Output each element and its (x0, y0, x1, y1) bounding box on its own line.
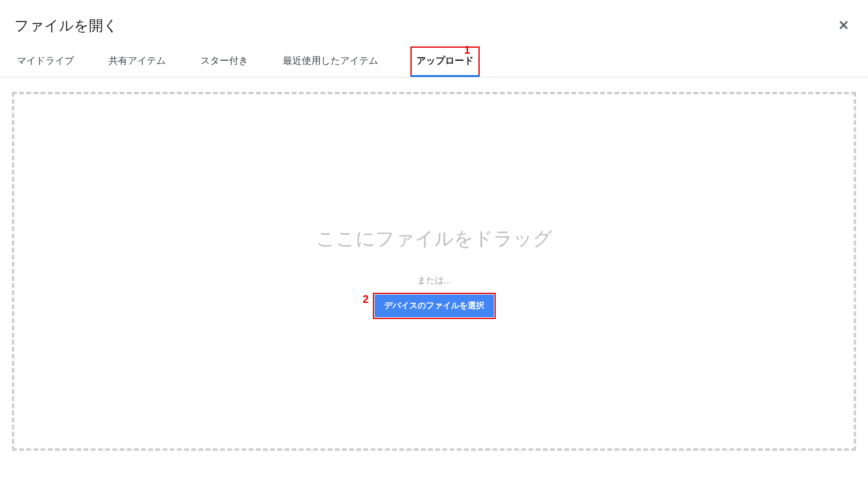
close-icon[interactable]: ✕ (833, 16, 854, 36)
tab-shared[interactable]: 共有アイテム (106, 47, 168, 77)
drag-instruction: ここにファイルをドラッグ (316, 226, 552, 252)
dialog-title: ファイルを開く (14, 16, 118, 35)
dropzone[interactable]: ここにファイルをドラッグ または... デバイスのファイルを選択 (12, 92, 856, 451)
annotation-2: 2 (363, 293, 369, 306)
tab-my-drive[interactable]: マイドライブ (14, 47, 76, 77)
annotation-1: 1 (464, 44, 470, 57)
or-text: または... (417, 275, 452, 286)
upload-panel: ここにファイルをドラッグ または... デバイスのファイルを選択 (0, 78, 868, 463)
tab-recent[interactable]: 最近使用したアイテム (280, 47, 381, 77)
tab-bar: マイドライブ 共有アイテム スター付き 最近使用したアイテム アップロード (0, 47, 868, 78)
select-device-file-button[interactable]: デバイスのファイルを選択 (375, 295, 494, 317)
dialog-header: ファイルを開く ✕ (0, 0, 868, 47)
tab-starred[interactable]: スター付き (198, 47, 251, 77)
